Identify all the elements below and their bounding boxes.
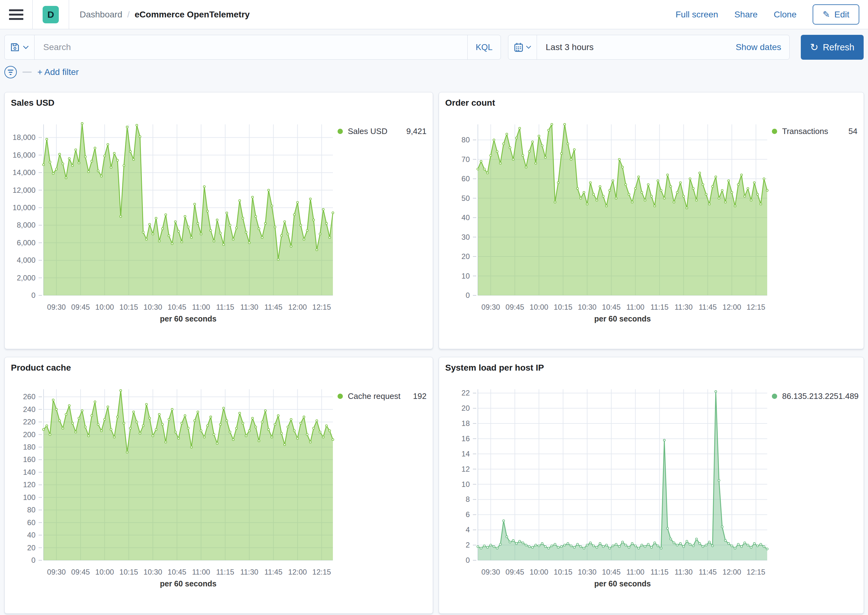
svg-text:100: 100 <box>23 493 36 501</box>
svg-text:40: 40 <box>27 531 36 539</box>
refresh-button[interactable]: ↻ Refresh <box>801 35 864 60</box>
svg-text:40: 40 <box>461 213 470 222</box>
clone-link[interactable]: Clone <box>774 9 796 20</box>
kql-switch[interactable]: KQL <box>467 35 500 59</box>
date-quick-menu-button[interactable] <box>508 35 537 59</box>
svg-text:10:30: 10:30 <box>144 303 162 311</box>
filter-divider <box>22 72 32 73</box>
svg-text:10: 10 <box>461 272 470 280</box>
panel-order-count: Order count 0102030405060708009:3009:451… <box>439 92 864 349</box>
legend-item[interactable]: Cache request 192 <box>338 392 427 401</box>
dashboard-grid: Sales USD 02,0004,0006,0008,00010,00012,… <box>4 92 864 614</box>
svg-text:0: 0 <box>466 291 470 300</box>
svg-text:0: 0 <box>31 556 36 564</box>
svg-text:8,000: 8,000 <box>17 221 36 229</box>
svg-text:09:45: 09:45 <box>71 568 90 576</box>
search-input[interactable] <box>34 35 467 59</box>
svg-text:20: 20 <box>461 404 470 412</box>
chart-legend: Cache request 192 <box>338 385 427 588</box>
svg-text:6,000: 6,000 <box>17 239 36 247</box>
svg-text:per 60 seconds: per 60 seconds <box>160 579 217 588</box>
panel-title[interactable]: Product cache <box>11 363 427 373</box>
panel-sales-usd: Sales USD 02,0004,0006,0008,00010,00012,… <box>4 92 433 349</box>
svg-text:12:15: 12:15 <box>747 568 765 576</box>
svg-text:12:15: 12:15 <box>312 568 331 576</box>
legend-item[interactable]: 86.135.213.225 1.489 <box>772 392 859 401</box>
menu-icon[interactable] <box>0 0 32 29</box>
search-field: KQL <box>4 35 501 60</box>
order-count-chart[interactable]: 0102030405060708009:3009:4510:0010:1510:… <box>445 120 772 323</box>
svg-text:11:45: 11:45 <box>699 568 717 576</box>
svg-text:160: 160 <box>23 455 36 464</box>
filter-icon[interactable] <box>4 66 17 78</box>
app-header: D Dashboard / eCommerce OpenTelemetry Fu… <box>0 0 868 29</box>
svg-text:12:00: 12:00 <box>288 568 307 576</box>
svg-text:11:15: 11:15 <box>651 568 669 576</box>
svg-text:60: 60 <box>461 175 470 183</box>
panel-title[interactable]: Order count <box>445 98 857 108</box>
legend-value: 1.489 <box>838 392 859 401</box>
svg-text:80: 80 <box>461 136 470 144</box>
svg-text:10,000: 10,000 <box>13 203 36 212</box>
product-cache-chart[interactable]: 02040608010012014016018020022024026009:3… <box>11 385 338 588</box>
svg-text:10:30: 10:30 <box>144 568 162 576</box>
saved-query-menu-button[interactable] <box>5 35 34 59</box>
svg-text:10:00: 10:00 <box>95 568 114 576</box>
filter-bar: + Add filter <box>4 65 864 79</box>
legend-value: 192 <box>413 392 427 401</box>
svg-text:18: 18 <box>461 419 470 428</box>
legend-item[interactable]: Sales USD 9,421 <box>338 126 427 136</box>
breadcrumb-dashboard[interactable]: Dashboard <box>80 9 122 20</box>
panel-title[interactable]: Sales USD <box>11 98 427 108</box>
svg-text:12:15: 12:15 <box>312 303 331 311</box>
system-load-chart[interactable]: 024681012141618202209:3009:4510:0010:151… <box>445 385 772 588</box>
svg-text:12:00: 12:00 <box>288 303 307 311</box>
svg-text:6: 6 <box>466 510 470 518</box>
legend-dot <box>772 393 777 399</box>
legend-dot <box>772 129 777 134</box>
svg-text:240: 240 <box>23 405 36 414</box>
svg-text:260: 260 <box>23 392 36 401</box>
svg-text:11:00: 11:00 <box>626 303 644 311</box>
panel-title[interactable]: System load per host IP <box>445 363 857 373</box>
svg-text:per 60 seconds: per 60 seconds <box>594 579 651 588</box>
svg-text:11:15: 11:15 <box>651 303 669 311</box>
svg-text:10:00: 10:00 <box>530 303 548 311</box>
svg-text:20: 20 <box>27 543 36 552</box>
svg-text:09:30: 09:30 <box>481 568 500 576</box>
show-dates-link[interactable]: Show dates <box>736 42 789 52</box>
svg-text:10:45: 10:45 <box>168 568 186 576</box>
time-range-value[interactable]: Last 3 hours <box>537 42 594 52</box>
panel-product-cache: Product cache 02040608010012014016018020… <box>4 357 433 614</box>
share-link[interactable]: Share <box>734 9 757 20</box>
svg-text:120: 120 <box>23 480 36 489</box>
panel-system-load: System load per host IP 0246810121416182… <box>439 357 864 614</box>
legend-label: 86.135.213.225 <box>782 392 838 401</box>
svg-text:16,000: 16,000 <box>13 151 36 159</box>
calendar-icon <box>514 42 523 52</box>
legend-value: 54 <box>848 126 857 136</box>
svg-text:12:00: 12:00 <box>723 303 741 311</box>
svg-text:09:30: 09:30 <box>47 303 66 311</box>
svg-text:10:45: 10:45 <box>602 303 621 311</box>
svg-text:2,000: 2,000 <box>17 274 36 282</box>
svg-text:11:30: 11:30 <box>674 568 693 576</box>
svg-text:4: 4 <box>466 526 470 534</box>
svg-text:4,000: 4,000 <box>17 256 36 264</box>
full-screen-link[interactable]: Full screen <box>676 9 718 20</box>
svg-text:12:00: 12:00 <box>723 568 741 576</box>
edit-button[interactable]: ✎ Edit <box>813 4 859 25</box>
add-filter-link[interactable]: + Add filter <box>38 67 79 77</box>
sales-usd-chart[interactable]: 02,0004,0006,0008,00010,00012,00014,0001… <box>11 120 338 323</box>
svg-text:11:00: 11:00 <box>192 568 210 576</box>
svg-text:18,000: 18,000 <box>13 133 36 142</box>
svg-text:09:45: 09:45 <box>505 568 524 576</box>
breadcrumb: Dashboard / eCommerce OpenTelemetry <box>69 0 250 29</box>
dashboard-badge[interactable]: D <box>42 6 59 23</box>
page-title: eCommerce OpenTelemetry <box>135 9 250 20</box>
svg-text:50: 50 <box>461 194 470 202</box>
legend-item[interactable]: Transactions 54 <box>772 126 857 136</box>
chart-legend: Transactions 54 <box>772 120 857 323</box>
svg-text:20: 20 <box>461 252 470 261</box>
legend-dot <box>338 393 343 399</box>
